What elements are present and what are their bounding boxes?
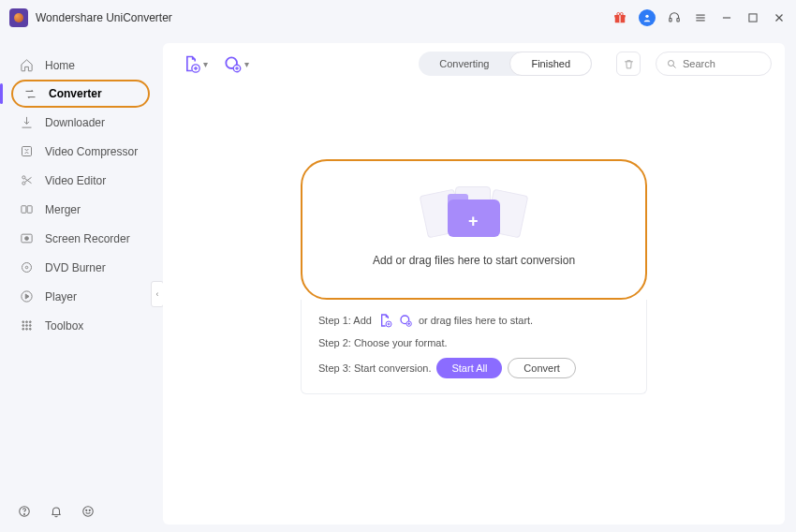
sidebar-item-label: Downloader [45,116,105,129]
sidebar-item-converter[interactable]: Converter [11,80,150,108]
merge-icon [19,202,34,217]
sidebar-item-label: Converter [49,87,102,100]
svg-point-4 [620,12,623,15]
sidebar-item-label: Player [45,290,77,303]
svg-point-37 [86,510,87,510]
svg-point-26 [25,321,27,323]
sidebar: HomeConverterDownloaderVideo CompressorV… [0,36,157,532]
svg-rect-18 [21,206,25,214]
app-title: Wondershare UniConverter [36,11,172,24]
svg-point-30 [29,325,31,327]
svg-point-35 [24,513,25,514]
sidebar-item-label: Home [45,59,75,72]
chevron-down-icon: ▾ [244,59,249,69]
svg-rect-7 [677,19,679,22]
dropzone-text: Add or drag files here to start conversi… [373,254,575,267]
svg-point-23 [25,266,28,269]
sidebar-item-video-compressor[interactable]: Video Compressor [0,137,157,166]
svg-point-17 [22,182,24,185]
svg-point-38 [89,510,90,510]
svg-rect-6 [670,19,671,22]
sidebar-item-home[interactable]: Home [0,51,157,80]
gift-icon[interactable] [612,10,627,25]
folder-plus-icon: + [440,192,508,237]
maximize-button[interactable] [745,10,760,25]
svg-point-21 [24,237,28,241]
svg-point-46 [669,61,674,66]
converter-icon [22,86,37,101]
bell-icon[interactable] [49,504,64,519]
sidebar-item-merger[interactable]: Merger [0,195,157,224]
sidebar-item-downloader[interactable]: Downloader [0,108,157,137]
record-icon [19,231,34,246]
search-icon [666,58,677,69]
sidebar-collapse-button[interactable]: ‹ [151,281,164,307]
help-icon[interactable] [17,504,32,519]
compress-icon [19,144,34,159]
sidebar-item-screen-recorder[interactable]: Screen Recorder [0,224,157,253]
svg-rect-2 [619,15,620,22]
minimize-button[interactable] [719,10,734,25]
svg-point-29 [25,325,27,327]
search-box[interactable] [656,52,772,76]
svg-rect-12 [749,14,757,22]
sidebar-item-label: DVD Burner [45,261,106,274]
sidebar-item-dvd-burner[interactable]: DVD Burner [0,253,157,282]
headset-icon[interactable] [667,10,682,25]
svg-point-33 [29,328,31,330]
add-file-button[interactable]: ▾ [182,54,208,73]
grid-icon [19,318,34,333]
user-avatar-icon[interactable] [639,9,656,26]
svg-point-27 [29,321,31,323]
sidebar-item-label: Merger [45,203,81,216]
chevron-down-icon: ▾ [203,59,208,69]
close-button[interactable] [772,10,787,25]
step1-label: Step 1: Add [318,315,372,326]
svg-point-22 [22,263,31,273]
sidebar-item-label: Screen Recorder [45,232,130,245]
menu-icon[interactable] [693,10,708,25]
svg-point-36 [83,507,94,517]
svg-point-25 [22,321,23,323]
titlebar: Wondershare UniConverter [0,0,796,36]
main-panel: ▾ ▾ Converting Finished [163,43,785,525]
sidebar-item-player[interactable]: Player [0,282,157,311]
download-icon [19,115,34,130]
sidebar-item-toolbox[interactable]: Toolbox [0,311,157,340]
svg-point-32 [25,328,27,330]
step2-label: Step 2: Choose your format. [318,337,448,348]
sidebar-item-video-editor[interactable]: Video Editor [0,166,157,195]
convert-button[interactable]: Convert [508,358,576,378]
svg-point-3 [617,12,620,15]
tab-converting[interactable]: Converting [419,52,509,76]
start-all-button[interactable]: Start All [436,358,502,378]
sidebar-item-label: Toolbox [45,319,83,332]
add-url-button[interactable]: ▾ [223,54,249,73]
add-file-icon [377,313,392,328]
toolbar: ▾ ▾ Converting Finished [163,43,785,84]
svg-point-5 [645,15,648,18]
home-icon [19,58,34,73]
disc-icon [19,260,34,275]
sidebar-item-label: Video Editor [45,174,106,187]
feedback-icon[interactable] [81,504,96,519]
delete-button[interactable] [616,52,641,76]
step3-label: Step 3: Start conversion. [318,362,431,374]
svg-point-31 [22,328,23,330]
tab-finished[interactable]: Finished [509,52,592,76]
scissors-icon [19,173,34,188]
svg-point-16 [22,176,24,179]
search-input[interactable] [683,58,758,69]
add-url-icon [398,313,413,328]
steps-panel: Step 1: Add or drag files here to start.… [301,300,647,394]
step1-suffix: or drag files here to start. [419,315,533,326]
svg-point-28 [22,325,23,327]
svg-rect-19 [27,206,32,214]
dropzone[interactable]: + Add or drag files here to start conver… [301,159,647,300]
play-icon [19,289,34,304]
sidebar-item-label: Video Compressor [45,145,138,158]
status-tabs: Converting Finished [419,52,592,76]
svg-line-47 [673,66,676,68]
app-logo [9,8,28,27]
